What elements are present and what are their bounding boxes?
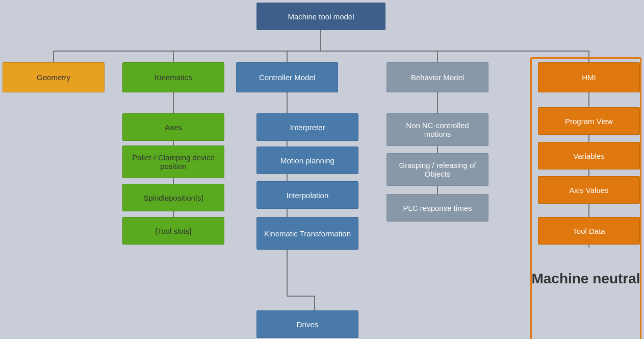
controller-model-node: Controller Model — [236, 62, 338, 92]
axis-values-node: Axis Values — [538, 176, 640, 204]
behavior-model-node: Behavior Model — [387, 62, 488, 92]
axes-node: Axes — [122, 113, 224, 141]
interpreter-node: Interpreter — [256, 113, 358, 141]
tool-slots-node: [Tool slots] — [122, 217, 224, 245]
drives-node: Drives — [256, 310, 358, 338]
grasping-node: Grasping / releasing of Objects — [387, 153, 488, 186]
non-nc-node: Non NC-controlled motions — [387, 113, 488, 146]
pallet-node: Pallet-/ Clamping device position — [122, 146, 224, 178]
diagram: Machine tool model Geometry Kinematics C… — [0, 0, 644, 339]
kinematics-node: Kinematics — [122, 62, 224, 92]
hmi-node: HMI — [538, 62, 640, 92]
variables-node: Variables — [538, 142, 640, 170]
plc-node: PLC response times — [387, 194, 488, 222]
root-node: Machine tool model — [256, 3, 385, 30]
interpolation-node: Interpolation — [256, 181, 358, 209]
kinematic-transformation-node: Kinematic Transformation — [256, 217, 358, 250]
program-view-node: Program View — [538, 107, 640, 135]
tool-data-node: Tool Data — [538, 217, 640, 245]
spindle-node: Spindleposition[s] — [122, 184, 224, 211]
machine-neutral-label: Machine neutral — [530, 271, 641, 287]
geometry-node: Geometry — [3, 62, 105, 92]
motion-planning-node: Motion planning — [256, 147, 358, 174]
